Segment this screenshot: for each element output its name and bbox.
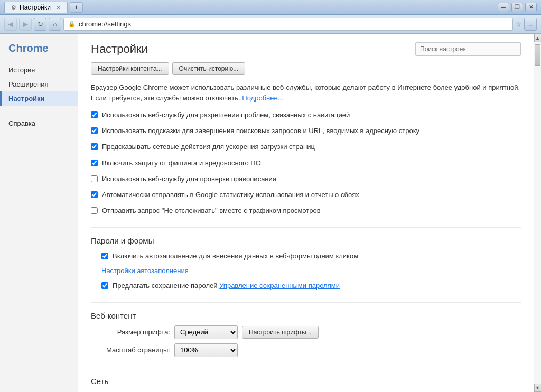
configure-fonts-button[interactable]: Настроить шрифты... [242, 326, 319, 339]
passwords-section-heading: Пароли и формы [91, 227, 521, 245]
passwords-checkbox-row: Предлагать сохранение паролей Управление… [101, 280, 521, 292]
checkbox-dnt-label: Отправить запрос "Не отслеживать" вместе… [102, 206, 321, 216]
content-area: Настройки Настройки контента... Очистить… [78, 34, 541, 392]
checkbox-search-hints: Использовать подсказки для завершения по… [91, 125, 521, 137]
home-icon: ⌂ [53, 20, 57, 28]
page-zoom-row: Масштаб страницы: 100% [101, 343, 521, 357]
checkbox-stats-label: Автоматически отправлять в Google статис… [102, 190, 359, 200]
web-content-section-heading: Веб-контент [91, 302, 521, 320]
checkbox-stats: Автоматически отправлять в Google статис… [91, 189, 521, 201]
manage-passwords-link[interactable]: Управление сохраненными паролями [219, 282, 340, 290]
scroll-down-arrow[interactable]: ▼ [534, 384, 542, 392]
web-content-section: Размер шрифта: Средний Настроить шрифты.… [91, 325, 521, 357]
sidebar-item-history[interactable]: История [0, 63, 78, 77]
navbar: ◀ ▶ ↻ ⌂ 🔒 chrome://settings ☆ ≡ [0, 15, 541, 34]
reload-button[interactable]: ↻ [34, 18, 46, 31]
checkbox-phishing: Включить защиту от фишинга и вредоносног… [91, 157, 521, 169]
close-button[interactable]: ✕ [525, 3, 537, 12]
search-input[interactable] [415, 42, 521, 56]
font-size-select[interactable]: Средний [174, 325, 238, 339]
passwords-section: Включить автозаполнение для внесения дан… [91, 250, 521, 291]
network-section-heading: Сеть [91, 368, 521, 386]
page-zoom-select[interactable]: 100% [174, 343, 238, 357]
back-icon: ◀ [8, 20, 13, 28]
sidebar-item-settings[interactable]: Настройки [0, 91, 78, 106]
address-text: chrome://settings [79, 20, 131, 28]
checkboxes-group: Использовать веб-службу для разрешения п… [91, 109, 521, 217]
titlebar: ⚙ Настройки ✕ + ─ ❐ ✕ [0, 0, 541, 15]
autofill-checkbox-row: Включить автозаполнение для внесения дан… [101, 250, 521, 262]
content-header: Настройки [91, 42, 521, 56]
checkbox-spellcheck: Использовать веб-службу для проверки пра… [91, 173, 521, 185]
checkbox-dnt: Отправить запрос "Не отслеживать" вместе… [91, 205, 521, 217]
reload-icon: ↻ [38, 20, 43, 28]
autofill-item: Включить автозаполнение для внесения дан… [101, 250, 521, 274]
page-title: Настройки [91, 42, 148, 56]
checkbox-search-hints-input[interactable] [91, 127, 98, 134]
forward-button[interactable]: ▶ [19, 18, 32, 31]
address-icon: 🔒 [68, 21, 76, 27]
checkbox-nav-errors-label: Использовать веб-службу для разрешения п… [102, 110, 350, 120]
menu-button[interactable]: ≡ [524, 18, 537, 31]
checkbox-nav-errors: Использовать веб-службу для разрешения п… [91, 109, 521, 121]
checkbox-predict-pages-input[interactable] [91, 143, 98, 150]
restore-button[interactable]: ❐ [511, 3, 523, 12]
autofill-checkbox-label: Включить автозаполнение для внесения дан… [113, 251, 358, 261]
action-buttons: Настройки контента... Очистить историю..… [91, 62, 521, 75]
checkbox-search-hints-label: Использовать подсказки для завершения по… [102, 126, 419, 136]
tab-favicon-icon: ⚙ [11, 4, 16, 11]
checkbox-dnt-input[interactable] [91, 207, 98, 214]
checkbox-spellcheck-input[interactable] [91, 175, 98, 182]
settings-content: Настройки Настройки контента... Очистить… [78, 34, 534, 392]
new-tab-button[interactable]: + [70, 2, 83, 13]
checkbox-nav-errors-input[interactable] [91, 111, 98, 118]
sidebar: Chrome История Расширения Настройки Спра… [0, 34, 78, 392]
scroll-track[interactable] [534, 42, 541, 384]
font-size-row: Размер шрифта: Средний Настроить шрифты.… [101, 325, 521, 339]
active-tab[interactable]: ⚙ Настройки ✕ [4, 2, 68, 13]
back-button[interactable]: ◀ [4, 18, 17, 31]
address-bar[interactable]: 🔒 chrome://settings [63, 18, 513, 31]
tab-title: Настройки [20, 4, 51, 11]
autofill-settings-link[interactable]: Настройки автозаполнения [101, 267, 521, 275]
checkbox-stats-input[interactable] [91, 191, 98, 198]
new-tab-icon: + [74, 4, 78, 11]
scroll-up-arrow[interactable]: ▲ [534, 34, 542, 42]
font-size-label: Размер шрифта: [101, 328, 170, 336]
details-link[interactable]: Подробнее... [242, 94, 283, 102]
checkbox-predict-pages-label: Предсказывать сетевые действия для ускор… [102, 142, 315, 152]
content-settings-button[interactable]: Настройки контента... [91, 62, 169, 75]
tab-close-button[interactable]: ✕ [56, 4, 61, 11]
passwords-checkbox-input[interactable] [101, 282, 108, 289]
checkbox-phishing-input[interactable] [91, 160, 98, 166]
main-layout: Chrome История Расширения Настройки Спра… [0, 34, 541, 392]
sidebar-brand: Chrome [0, 40, 78, 63]
page-zoom-label: Масштаб страницы: [101, 346, 170, 354]
scroll-thumb[interactable] [535, 44, 540, 66]
menu-icon: ≡ [528, 20, 533, 28]
checkbox-phishing-label: Включить защиту от фишинга и вредоносног… [102, 158, 261, 168]
window-controls: ─ ❐ ✕ [498, 3, 537, 12]
passwords-checkbox-label: Предлагать сохранение паролей Управление… [113, 281, 340, 291]
bookmark-button[interactable]: ☆ [515, 20, 522, 29]
clear-history-button[interactable]: Очистить историю... [172, 62, 246, 75]
forward-icon: ▶ [23, 20, 28, 28]
sidebar-item-help[interactable]: Справка [0, 116, 78, 130]
description-text: Браузер Google Chrome может использовать… [91, 82, 521, 103]
minimize-button[interactable]: ─ [498, 3, 509, 12]
sidebar-spacer [0, 106, 78, 116]
sidebar-item-extensions[interactable]: Расширения [0, 77, 78, 91]
checkbox-spellcheck-label: Использовать веб-службу для проверки пра… [102, 174, 276, 184]
home-button[interactable]: ⌂ [49, 18, 61, 31]
checkbox-predict-pages: Предсказывать сетевые действия для ускор… [91, 141, 521, 153]
vertical-scrollbar[interactable]: ▲ ▼ [534, 34, 541, 392]
autofill-checkbox-input[interactable] [101, 253, 108, 259]
